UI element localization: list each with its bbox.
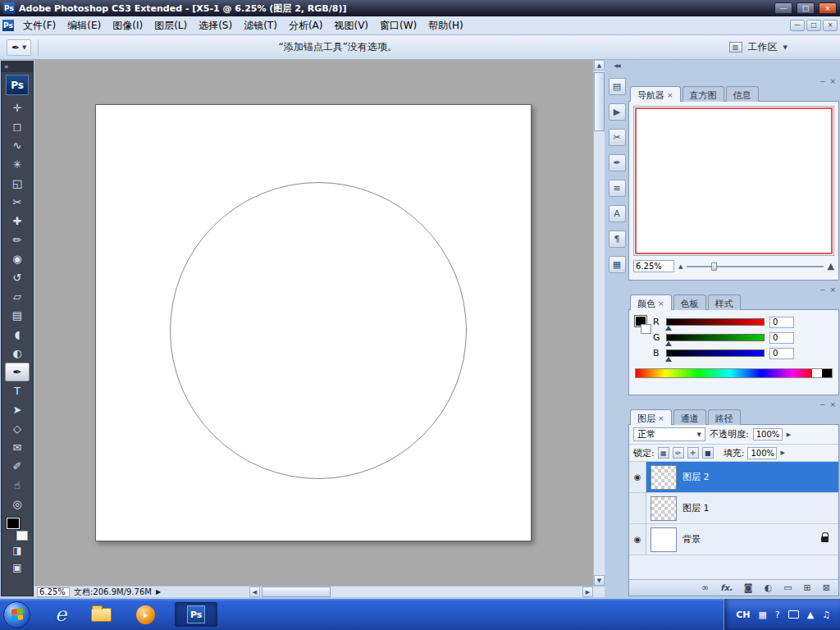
color-spectrum-ramp[interactable] [635,368,833,378]
delete-layer-button[interactable]: ⊠ [823,583,830,592]
path-selection-tool[interactable]: ➤ [5,400,30,419]
quick-selection-tool[interactable]: ✳ [5,155,30,174]
red-value-input[interactable]: 0 [769,317,794,328]
doc-restore-button[interactable]: □ [806,20,821,31]
volume-icon[interactable]: ♫ [822,609,830,620]
menu-window[interactable]: 窗口(W) [374,16,422,35]
panel-minimize-button[interactable]: − [819,286,826,294]
histogram-panel-button[interactable]: ▦ [609,256,626,273]
navigator-view-box[interactable] [635,107,833,254]
new-layer-button[interactable]: ⊞ [804,583,811,592]
menu-filter[interactable]: 滤镜(T) [238,16,283,35]
eyedropper-tool[interactable]: ✐ [5,457,30,476]
green-slider-thumb[interactable] [665,341,672,346]
navigator-zoom-input[interactable]: 6.25% [633,260,674,272]
tab-close-icon[interactable]: × [658,299,664,308]
tab-close-icon[interactable]: × [658,414,664,422]
minimize-button[interactable]: — [774,2,792,14]
doc-minimize-button[interactable]: — [790,20,805,31]
styles-panel-button[interactable]: ✒ [609,154,626,171]
document-page[interactable] [95,104,532,541]
red-slider[interactable] [666,318,765,326]
status-options-arrow[interactable]: ▶ [156,588,161,596]
brushes-panel-button[interactable]: ▤ [609,78,626,95]
new-adjustment-layer-button[interactable]: ◐ [765,583,773,592]
layer-thumbnail[interactable] [651,465,677,490]
tab-styles[interactable]: 样式 [708,294,741,310]
panel-minimize-button[interactable]: − [819,78,826,85]
history-brush-tool[interactable]: ↺ [5,268,30,287]
dodge-tool[interactable]: ◐ [5,344,30,363]
scroll-right-button[interactable]: ▶ [582,587,593,597]
workspace-button[interactable]: ▥ 工作区 ▼ [729,40,788,54]
type-tool[interactable]: T [5,381,30,400]
blue-slider-thumb[interactable] [665,357,672,362]
zoom-slider-thumb[interactable] [711,262,717,271]
clone-stamp-tool[interactable]: ◉ [5,249,30,268]
keyboard-icon[interactable]: ▦ [758,609,766,620]
notes-tool[interactable]: ✉ [5,438,30,457]
healing-brush-tool[interactable]: ✚ [5,212,30,231]
start-button[interactable] [3,601,30,628]
lock-all-button[interactable]: ■ [702,447,714,459]
lock-position-button[interactable]: ✛ [687,447,699,459]
visibility-eye-icon[interactable]: ◉ [629,462,646,492]
opacity-spinner[interactable]: ▶ [787,431,791,438]
foreground-color-swatch[interactable] [7,518,20,529]
menu-select[interactable]: 选择(S) [193,16,238,35]
doc-close-button[interactable]: × [823,20,838,31]
layer-comps-panel-button[interactable]: ≡ [609,180,626,197]
blur-tool[interactable]: ◖ [5,325,30,344]
paragraph-panel-button[interactable]: ¶ [609,231,626,248]
lock-pixels-button[interactable]: ✏ [673,447,684,459]
tab-layers[interactable]: 图层 × [630,409,672,425]
shape-tool[interactable]: ◇ [5,419,30,438]
green-value-input[interactable]: 0 [769,332,794,344]
tab-navigator[interactable]: 导航器 × [630,86,681,102]
panel-close-button[interactable]: × [829,78,836,85]
tab-channels[interactable]: 通道 [673,409,706,425]
canvas-area[interactable]: ▲ ▼ 6.25% 文档:206.9M/9.76M ▶ ◀ ▶ [34,60,605,597]
horizontal-scroll-thumb[interactable] [262,587,331,597]
layer-row-1[interactable]: 图层 1 [629,493,838,524]
move-tool[interactable]: ✛ [5,98,30,117]
menu-layer[interactable]: 图层(L) [148,16,193,35]
fill-spinner[interactable]: ▶ [780,450,784,456]
status-zoom-input[interactable]: 6.25% [37,587,70,597]
layer-name[interactable]: 背景 [682,533,701,546]
layer-thumbnail[interactable] [651,527,677,552]
show-hidden-icons-button[interactable]: ▲ [807,609,814,620]
lasso-tool[interactable]: ∿ [5,136,30,155]
green-slider[interactable] [666,334,765,341]
background-color-swatch[interactable] [641,324,651,334]
layer-name[interactable]: 图层 1 [682,502,710,514]
pen-tool[interactable]: ✒ [5,363,30,381]
media-player-icon[interactable]: ▸ [136,605,155,624]
character-panel-button[interactable]: A [609,205,626,222]
tab-close-icon[interactable]: × [667,91,673,99]
eraser-tool[interactable]: ▱ [5,287,30,306]
link-layers-button[interactable]: ∞ [701,583,709,592]
close-button[interactable]: × [819,2,837,14]
menu-edit[interactable]: 编辑(E) [62,16,107,35]
menu-analysis[interactable]: 分析(A) [283,16,329,35]
menu-file[interactable]: 文件(F) [17,16,62,35]
lock-transparency-button[interactable]: ▦ [658,447,669,459]
display-icon[interactable] [788,610,799,619]
layer-name[interactable]: 图层 2 [682,471,710,483]
background-color-swatch[interactable] [16,531,28,541]
menu-view[interactable]: 视图(V) [328,16,374,35]
toolbox-collapse-button[interactable]: » [2,62,33,72]
brush-tool[interactable]: ✏ [5,231,30,249]
vertical-scrollbar[interactable]: ▲ ▼ [593,60,605,586]
panel-close-button[interactable]: × [829,401,836,409]
visibility-toggle-empty[interactable] [629,493,646,523]
tab-swatches[interactable]: 色板 [673,294,706,310]
visibility-eye-icon[interactable]: ◉ [629,524,646,555]
opacity-input[interactable]: 100% [753,428,783,441]
tab-histogram[interactable]: 直方图 [682,86,724,102]
layer-thumbnail[interactable] [651,496,677,521]
blend-mode-select[interactable]: 正常 ▼ [633,427,705,441]
scroll-up-button[interactable]: ▲ [594,60,605,71]
gradient-tool[interactable]: ▤ [5,306,30,325]
